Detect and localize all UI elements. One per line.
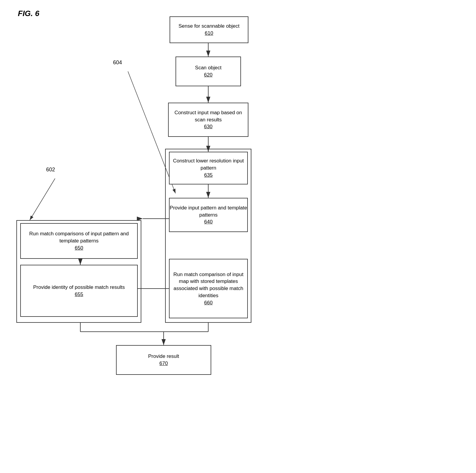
svg-line-15 — [30, 178, 55, 220]
box-620-label: Scan object — [195, 64, 222, 71]
box-635: Construct lower resolution input pattern… — [169, 152, 248, 184]
box-620-num: 620 — [204, 71, 212, 79]
box-610-label: Sense for scannable object — [178, 23, 239, 30]
diagram-container: FIG. 6 — [0, 0, 327, 473]
box-670-num: 670 — [159, 360, 168, 367]
box-635-num: 635 — [204, 172, 212, 179]
box-630-label: Construct input map based on scan result… — [169, 109, 248, 123]
label-604: 604 — [113, 59, 122, 66]
box-640-num: 640 — [204, 218, 212, 225]
box-630-num: 630 — [204, 123, 212, 130]
box-670: Provide result 670 — [116, 345, 211, 375]
box-660-num: 660 — [204, 299, 212, 306]
fig-label: FIG. 6 — [18, 9, 39, 18]
box-650-num: 650 — [75, 245, 83, 252]
box-655-label: Provide identity of possible match resul… — [33, 284, 125, 291]
box-630: Construct input map based on scan result… — [168, 103, 248, 137]
box-670-label: Provide result — [148, 353, 179, 360]
box-660-label: Run match comparison of input map with s… — [170, 271, 247, 299]
box-640-label: Provide input pattern and template patte… — [170, 204, 247, 219]
box-640: Provide input pattern and template patte… — [169, 198, 248, 232]
box-660: Run match comparison of input map with s… — [169, 259, 248, 318]
box-655-num: 655 — [75, 291, 83, 298]
box-635-label: Construct lower resolution input pattern — [170, 157, 247, 172]
box-620: Scan object 620 — [176, 57, 241, 86]
box-610-num: 610 — [205, 30, 213, 37]
box-610: Sense for scannable object 610 — [170, 16, 248, 43]
box-650-label: Run match comparisons of input pattern a… — [21, 230, 137, 245]
box-655: Provide identity of possible match resul… — [20, 265, 138, 317]
box-650: Run match comparisons of input pattern a… — [20, 223, 138, 259]
label-602: 602 — [46, 167, 55, 173]
